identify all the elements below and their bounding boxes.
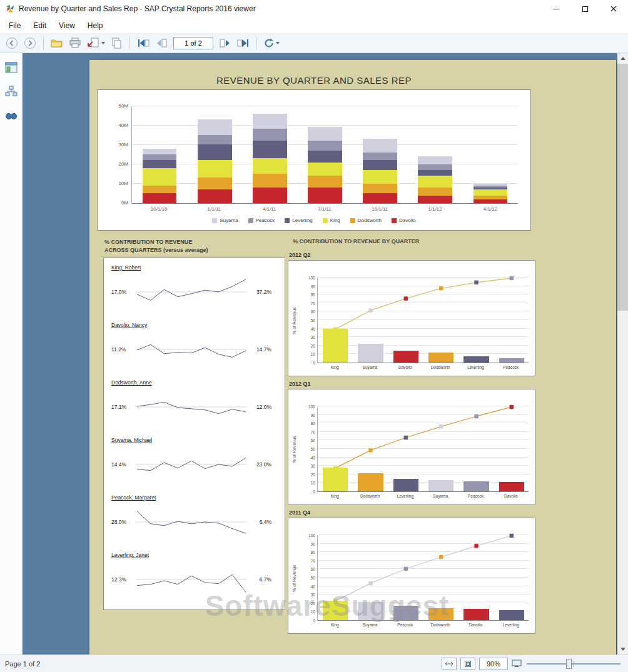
right-section-title: % CONTRIBUTION TO REVENUE BY QUARTER (293, 238, 419, 244)
pareto-quarter-label: 2012 Q1 (289, 381, 535, 387)
group-tree-icon (5, 62, 18, 73)
bar-segment-dodsworth (253, 174, 287, 188)
rep-name-link[interactable]: King, Robert (111, 264, 277, 271)
y-axis-tick: 10M (103, 181, 128, 186)
bar-segment-peacock (143, 154, 177, 160)
zoom-slider-thumb[interactable] (566, 659, 572, 669)
zoom-level-select[interactable]: 90% (479, 658, 508, 669)
page-number-input[interactable] (173, 37, 213, 49)
bar-segment-suyama (363, 139, 397, 153)
sparkline-row: 28.0%6.4% (111, 502, 277, 542)
stacked-bar (132, 106, 187, 203)
bar-segment-dodsworth (143, 186, 177, 193)
sparkline-chart (136, 332, 247, 367)
fit-width-button[interactable] (442, 658, 457, 669)
bar-segment-davolio (474, 199, 508, 203)
content-area: REVENUE BY QUARTER AND SALES REP 0M10M20… (0, 53, 628, 654)
next-page-button[interactable] (217, 36, 233, 51)
rep-name-link[interactable]: Davolio, Nancy (111, 322, 277, 328)
legend-label: Suyama (220, 218, 238, 223)
scroll-down-icon (620, 648, 625, 651)
export-button[interactable] (85, 36, 106, 51)
previous-page-icon (155, 38, 168, 48)
open-report-button[interactable] (49, 36, 65, 51)
sparkline-row: 11.2%14.7% (111, 329, 277, 369)
find-button[interactable] (3, 107, 19, 123)
zoom-slider[interactable] (527, 658, 620, 669)
fit-page-button[interactable] (460, 658, 475, 669)
start-percent-label: 17.0% (111, 289, 133, 295)
bar-stack (143, 149, 177, 203)
scroll-track[interactable] (617, 64, 628, 644)
group-tree-button[interactable] (3, 59, 19, 76)
pareto-x-axis: KingSuyamaPeacockDodsworthDavolioLeverli… (317, 623, 529, 629)
stacked-bar (353, 106, 408, 203)
status-page-text: Page 1 of 2 (5, 660, 442, 668)
rep-name-link[interactable]: Suyama, Michael (111, 437, 277, 443)
y-axis-tick: 30 (300, 335, 315, 339)
x-axis-label: Davolio (388, 365, 423, 369)
copy-button[interactable] (108, 36, 124, 51)
start-percent-label: 12.3% (111, 576, 133, 583)
bar-segment-dodsworth (418, 188, 452, 195)
previous-page-button[interactable] (153, 36, 170, 51)
sparkline-block: King, Robert17.0%37.2% (111, 264, 277, 322)
menu-view[interactable]: View (53, 19, 81, 32)
open-folder-icon (51, 38, 63, 48)
scroll-thumb[interactable] (617, 64, 628, 311)
start-percent-label: 14.4% (111, 461, 133, 468)
close-button[interactable] (599, 0, 628, 18)
x-axis-label: Suyama (352, 623, 387, 627)
toolbar-separator (43, 37, 44, 49)
bar-segment-king (418, 176, 452, 188)
bar-segment-dodsworth (308, 176, 342, 188)
print-button[interactable] (67, 36, 83, 51)
sparkline-block: Leverling, Janet12.3%6.7% (111, 552, 277, 609)
refresh-button[interactable] (262, 36, 281, 51)
maximize-button[interactable] (570, 0, 599, 18)
rep-name-link[interactable]: Leverling, Janet (111, 552, 277, 558)
rep-name-link[interactable]: Peacock, Margaret (111, 494, 277, 501)
x-axis-label: 1/1/11 (186, 206, 241, 212)
scroll-down-button[interactable] (617, 644, 628, 654)
pareto-chart-2012-q2: 2012 Q2% of Revenue010203040506070809010… (288, 252, 535, 376)
x-axis-label: Peacock (494, 365, 529, 369)
bar-segment-leverling (198, 144, 232, 160)
nav-back-button[interactable] (4, 36, 20, 51)
statusbar-zoom-controls: 90% (442, 658, 623, 669)
parameter-panel-button[interactable] (3, 83, 19, 99)
first-page-button[interactable] (135, 36, 151, 51)
menu-file[interactable]: File (3, 19, 27, 32)
end-percent-label: 14.7% (250, 346, 271, 353)
x-axis-label: 1/1/12 (407, 206, 462, 212)
report-page: REVENUE BY QUARTER AND SALES REP 0M10M20… (89, 60, 616, 654)
y-axis-tick: 50 (300, 318, 315, 323)
sparkline-row: 12.3%6.7% (111, 559, 277, 599)
bar-segment-suyama (418, 156, 452, 164)
sparkline-chart (136, 562, 247, 597)
y-axis-tick: 40M (103, 123, 128, 128)
minimize-button[interactable] (542, 0, 570, 18)
rep-name-link[interactable]: Dodsworth, Anne (111, 379, 277, 386)
bar-stack (198, 119, 232, 203)
x-axis-label: Suyama (423, 494, 458, 498)
y-axis-tick: 100 (300, 276, 315, 280)
legend-label: King (330, 218, 340, 223)
scroll-up-button[interactable] (617, 53, 628, 64)
x-axis-label: 10/1/11 (352, 206, 407, 212)
menu-edit[interactable]: Edit (27, 19, 53, 32)
y-axis-tick: 10 (300, 609, 315, 614)
last-page-button[interactable] (235, 36, 251, 51)
legend-swatch (248, 218, 253, 223)
pareto-chart-box: % of Revenue0102030405060708090100KingSu… (288, 518, 535, 634)
bar-segment-leverling (308, 151, 342, 163)
export-dropdown-caret (101, 42, 105, 44)
y-axis-tick: 40 (300, 327, 315, 331)
legend-swatch (212, 218, 217, 223)
end-percent-label: 37.2% (250, 289, 271, 295)
stacked-bar-plot: 0M10M20M30M40M50M (131, 106, 518, 204)
sparkline-row: 17.1%12.0% (111, 387, 277, 427)
nav-forward-button[interactable] (22, 36, 38, 51)
menu-help[interactable]: Help (81, 19, 109, 32)
bar-segment-davolio (418, 196, 452, 203)
